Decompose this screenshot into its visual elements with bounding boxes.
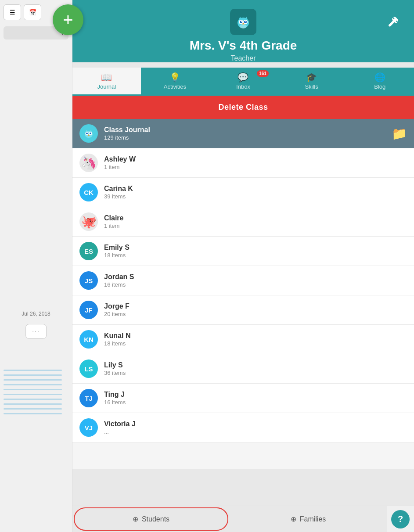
student-name-emily: Emily S bbox=[104, 244, 407, 252]
calendar-button[interactable]: 📅 bbox=[24, 4, 41, 20]
sidebar-date: Jul 26, 2018 bbox=[0, 311, 72, 317]
student-row-carina[interactable]: CKCarina K39 items bbox=[72, 178, 414, 207]
avatar-emily: ES bbox=[79, 242, 98, 260]
sidebar-line bbox=[4, 408, 62, 410]
student-name-jorge: Jorge F bbox=[104, 302, 407, 310]
tab-inbox[interactable]: 💬161Inbox bbox=[209, 68, 277, 96]
student-row-kunal[interactable]: KNKunal N18 items bbox=[72, 325, 414, 354]
menu-button[interactable]: ☰ bbox=[4, 4, 21, 20]
student-row-ting[interactable]: TJTing J16 items bbox=[72, 384, 414, 413]
student-info-jorge: Jorge F20 items bbox=[104, 302, 407, 317]
activities-tab-icon: 💡 bbox=[169, 72, 180, 83]
avatar-ashley: 🦄 bbox=[79, 154, 98, 172]
tab-activities[interactable]: 💡Activities bbox=[141, 68, 209, 96]
student-info-victoria: Victoria J... bbox=[104, 420, 407, 435]
avatar-kunal: KN bbox=[79, 330, 98, 349]
owl-logo bbox=[230, 9, 256, 35]
avatar-victoria: VJ bbox=[79, 418, 98, 437]
families-label: Families bbox=[300, 515, 326, 523]
content-area: Class Journal 129 items 📁 🦄Ashley W1 ite… bbox=[72, 119, 414, 469]
student-info-lily: Lily S36 items bbox=[104, 361, 407, 376]
folder-icon: 📁 bbox=[392, 126, 407, 141]
student-name-carina: Carina K bbox=[104, 185, 407, 193]
student-count-jorge: 20 items bbox=[104, 311, 407, 317]
journal-tab-icon: 📖 bbox=[101, 72, 112, 83]
sidebar-lines bbox=[0, 365, 72, 532]
skills-tab-label: Skills bbox=[305, 83, 318, 90]
student-info-emily: Emily S18 items bbox=[104, 244, 407, 259]
svg-point-7 bbox=[245, 21, 246, 22]
avatar-jorge: JF bbox=[79, 301, 98, 319]
main-content: Mrs. V's 4th Grade Teacher 📖Journal💡Acti… bbox=[72, 0, 414, 532]
more-button[interactable]: ··· bbox=[25, 324, 47, 339]
journal-tab-label: Journal bbox=[97, 83, 116, 90]
help-button[interactable]: ? bbox=[391, 510, 410, 528]
student-row-emily[interactable]: ESEmily S18 items bbox=[72, 237, 414, 266]
student-name-jordan: Jordan S bbox=[104, 273, 407, 281]
student-name-lily: Lily S bbox=[104, 361, 407, 369]
student-info-claire: Claire1 item bbox=[104, 214, 407, 229]
class-journal-avatar bbox=[79, 124, 98, 143]
avatar-jordan: JS bbox=[79, 271, 98, 290]
navigation-tabs: 📖Journal💡Activities💬161Inbox🎓Skills🌐Blog bbox=[72, 68, 414, 96]
student-name-claire: Claire bbox=[104, 214, 407, 222]
svg-point-11 bbox=[240, 24, 247, 29]
activities-tab-label: Activities bbox=[164, 83, 186, 90]
svg-point-17 bbox=[90, 133, 91, 134]
sidebar-line bbox=[4, 413, 62, 414]
blog-tab-icon: 🌐 bbox=[374, 72, 385, 83]
student-row-victoria[interactable]: VJVictoria J... bbox=[72, 413, 414, 442]
sidebar-line bbox=[4, 384, 62, 385]
student-row-ashley[interactable]: 🦄Ashley W1 item bbox=[72, 148, 414, 178]
sidebar-line bbox=[4, 370, 62, 371]
class-journal-row[interactable]: Class Journal 129 items 📁 bbox=[72, 119, 414, 148]
sidebar-line bbox=[4, 389, 62, 390]
students-tab-button[interactable]: ⊕ Students bbox=[72, 506, 230, 532]
student-name-ting: Ting J bbox=[104, 391, 407, 399]
sidebar-line bbox=[4, 394, 62, 395]
student-count-emily: 18 items bbox=[104, 252, 407, 259]
sidebar-line bbox=[4, 379, 62, 381]
student-count-victoria: ... bbox=[104, 428, 407, 435]
student-row-jordan[interactable]: JSJordan S16 items bbox=[72, 266, 414, 295]
student-info-ting: Ting J16 items bbox=[104, 391, 407, 406]
inbox-badge: 161 bbox=[257, 70, 269, 77]
student-info-kunal: Kunal N18 items bbox=[104, 332, 407, 347]
inbox-tab-icon: 💬 bbox=[238, 72, 248, 83]
student-count-lily: 36 items bbox=[104, 370, 407, 376]
student-name-kunal: Kunal N bbox=[104, 332, 407, 340]
skills-tab-icon: 🎓 bbox=[306, 72, 317, 83]
avatar-ting: TJ bbox=[79, 389, 98, 407]
student-info-carina: Carina K39 items bbox=[104, 185, 407, 200]
student-count-jordan: 16 items bbox=[104, 281, 407, 288]
avatar-carina: CK bbox=[79, 183, 98, 201]
student-name-victoria: Victoria J bbox=[104, 420, 407, 428]
student-row-lily[interactable]: LSLily S36 items bbox=[72, 354, 414, 384]
settings-icon[interactable] bbox=[387, 16, 398, 30]
sidebar-line bbox=[4, 374, 62, 376]
families-tab-button[interactable]: ⊕ Families bbox=[230, 506, 387, 532]
students-label: Students bbox=[142, 515, 169, 523]
student-row-claire[interactable]: 🐙Claire1 item bbox=[72, 207, 414, 237]
class-header: Mrs. V's 4th Grade Teacher bbox=[72, 0, 414, 62]
tab-journal[interactable]: 📖Journal bbox=[72, 68, 141, 96]
student-row-jorge[interactable]: JFJorge F20 items bbox=[72, 295, 414, 325]
student-info-jordan: Jordan S16 items bbox=[104, 273, 407, 288]
class-subtitle: Teacher bbox=[81, 54, 405, 62]
inbox-tab-label: Inbox bbox=[236, 83, 250, 90]
student-count-carina: 39 items bbox=[104, 193, 407, 200]
svg-point-5 bbox=[244, 21, 247, 23]
class-journal-name: Class Journal bbox=[104, 126, 392, 134]
plus-families-icon: ⊕ bbox=[291, 515, 296, 523]
avatar-lily: LS bbox=[79, 359, 98, 378]
avatar-claire: 🐙 bbox=[79, 212, 98, 231]
tab-blog[interactable]: 🌐Blog bbox=[346, 68, 414, 96]
svg-point-6 bbox=[241, 21, 242, 22]
students-list: 🦄Ashley W1 itemCKCarina K39 items🐙Claire… bbox=[72, 148, 414, 442]
sidebar: ☰ 📅 › Jul 26, 2018 ··· bbox=[0, 0, 72, 532]
delete-class-button[interactable]: Delete Class bbox=[72, 96, 414, 119]
add-button[interactable]: + bbox=[53, 4, 83, 35]
svg-point-16 bbox=[86, 133, 88, 134]
student-count-ting: 16 items bbox=[104, 399, 407, 406]
tab-skills[interactable]: 🎓Skills bbox=[277, 68, 346, 96]
